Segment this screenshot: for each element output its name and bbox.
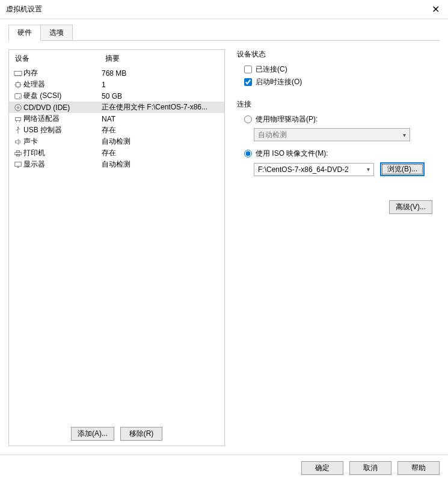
hardware-item-summary: 768 MB — [102, 69, 221, 78]
connect-on-power-row[interactable]: 启动时连接(O) — [237, 76, 436, 88]
svg-rect-10 — [15, 93, 22, 99]
connection-title: 连接 — [237, 99, 436, 109]
memory-icon — [13, 69, 23, 78]
hardware-item-name: 声卡 — [23, 136, 102, 147]
physical-drive-radio[interactable] — [244, 115, 252, 123]
hardware-item[interactable]: 显示器自动检测 — [9, 159, 224, 170]
hardware-item-summary: 正在使用文件 F:\CentOS-7-x86... — [102, 102, 221, 112]
cpu-icon — [13, 81, 23, 89]
iso-input-row: F:\CentOS-7-x86_64-DVD-2 ▾ 浏览(B)... — [254, 162, 436, 176]
printer-icon — [13, 149, 23, 158]
tab-bar: 硬件 选项 — [0, 19, 448, 40]
chevron-down-icon: ▾ — [403, 132, 406, 138]
svg-rect-0 — [14, 71, 22, 75]
hardware-item-name: 硬盘 (SCSI) — [23, 91, 102, 101]
connected-row[interactable]: 已连接(C) — [237, 63, 436, 76]
physical-drive-row[interactable]: 使用物理驱动器(P): — [237, 113, 436, 126]
hardware-item[interactable]: 处理器1 — [9, 79, 224, 90]
dialog-footer: 确定 取消 帮助 — [0, 455, 448, 481]
header-device: 设备 — [15, 54, 105, 64]
hardware-item-summary: 1 — [102, 81, 221, 89]
hardware-item[interactable]: 网络适配器NAT — [9, 113, 224, 124]
connect-on-power-checkbox[interactable] — [244, 78, 252, 86]
display-icon — [13, 161, 23, 169]
svg-rect-21 — [15, 162, 22, 166]
hardware-item-name: 网络适配器 — [23, 114, 102, 124]
remove-button[interactable]: 移除(R) — [120, 427, 162, 441]
iso-file-label: 使用 ISO 映像文件(M): — [256, 149, 328, 159]
hardware-item[interactable]: 硬盘 (SCSI)50 GB — [9, 90, 224, 102]
svg-point-11 — [19, 96, 20, 97]
sound-icon — [13, 138, 23, 146]
hardware-action-row: 添加(A)... 移除(R) — [9, 422, 224, 446]
svg-rect-5 — [16, 82, 20, 87]
hardware-item-summary: 存在 — [102, 125, 221, 135]
chevron-down-icon[interactable]: ▾ — [367, 166, 370, 173]
device-status-title: 设备状态 — [237, 49, 436, 60]
cd-icon — [13, 103, 23, 112]
connection-section: 连接 使用物理驱动器(P): 自动检测 ▾ 使用 ISO 映像文件(M): F:… — [237, 99, 436, 176]
network-icon — [13, 115, 23, 123]
iso-file-value: F:\CentOS-7-x86_64-DVD-2 — [258, 165, 349, 174]
hardware-item-name: 内存 — [23, 68, 102, 78]
physical-drive-combo: 自动检测 ▾ — [254, 128, 410, 141]
svg-rect-19 — [16, 150, 19, 152]
connected-label: 已连接(C) — [256, 64, 287, 75]
advanced-button[interactable]: 高级(V)... — [389, 200, 432, 214]
device-status-section: 设备状态 已连接(C) 启动时连接(O) — [237, 49, 436, 88]
iso-file-radio[interactable] — [244, 150, 252, 158]
hardware-item-name: 打印机 — [23, 148, 102, 158]
hardware-item-name: CD/DVD (IDE) — [23, 103, 102, 112]
hardware-item[interactable]: 内存768 MB — [9, 67, 224, 79]
hardware-item-summary: 自动检测 — [102, 136, 221, 147]
iso-file-row[interactable]: 使用 ISO 映像文件(M): — [237, 147, 436, 160]
hardware-item[interactable]: 打印机存在 — [9, 147, 224, 159]
advanced-row: 高级(V)... — [237, 200, 436, 214]
hardware-item-summary: 存在 — [102, 148, 221, 158]
content-area: 设备 摘要 内存768 MB处理器1硬盘 (SCSI)50 GBCD/DVD (… — [0, 41, 448, 455]
browse-button[interactable]: 浏览(B)... — [380, 162, 425, 176]
hardware-item[interactable]: CD/DVD (IDE)正在使用文件 F:\CentOS-7-x86... — [9, 102, 224, 113]
svg-point-12 — [15, 104, 22, 111]
hardware-list: 内存768 MB处理器1硬盘 (SCSI)50 GBCD/DVD (IDE)正在… — [9, 67, 224, 170]
window-title: 虚拟机设置 — [6, 4, 42, 14]
add-button[interactable]: 添加(A)... — [71, 427, 114, 441]
titlebar: 虚拟机设置 ✕ — [0, 0, 448, 19]
connected-checkbox[interactable] — [244, 66, 252, 73]
physical-drive-value: 自动检测 — [258, 130, 287, 140]
close-icon[interactable]: ✕ — [429, 4, 442, 15]
cancel-button[interactable]: 取消 — [349, 461, 391, 475]
connect-on-power-label: 启动时连接(O) — [256, 77, 302, 87]
hardware-item-summary: NAT — [102, 115, 221, 123]
svg-point-13 — [17, 106, 19, 108]
detail-panel: 设备状态 已连接(C) 启动时连接(O) 连接 使用物理驱动器(P): 自动检测… — [233, 49, 440, 446]
hardware-item[interactable]: 声卡自动检测 — [9, 136, 224, 147]
ok-button[interactable]: 确定 — [301, 461, 343, 475]
help-button[interactable]: 帮助 — [397, 461, 440, 475]
svg-rect-14 — [16, 117, 21, 120]
hardware-item-name: 处理器 — [23, 79, 102, 90]
iso-file-combo[interactable]: F:\CentOS-7-x86_64-DVD-2 ▾ — [254, 163, 374, 176]
hardware-list-header: 设备 摘要 — [9, 50, 224, 67]
svg-point-17 — [17, 126, 19, 127]
hardware-item-summary: 自动检测 — [102, 159, 221, 170]
tab-hardware[interactable]: 硬件 — [8, 25, 41, 41]
header-summary: 摘要 — [105, 54, 218, 64]
hardware-item[interactable]: USB 控制器存在 — [9, 124, 224, 136]
hardware-item-name: 显示器 — [23, 159, 102, 170]
disk-icon — [13, 92, 23, 100]
hardware-item-summary: 50 GB — [102, 92, 221, 100]
tab-options[interactable]: 选项 — [41, 25, 73, 41]
hardware-panel: 设备 摘要 内存768 MB处理器1硬盘 (SCSI)50 GBCD/DVD (… — [8, 49, 225, 446]
hardware-item-name: USB 控制器 — [23, 125, 102, 135]
physical-drive-label: 使用物理驱动器(P): — [256, 114, 318, 124]
usb-icon — [13, 126, 23, 135]
